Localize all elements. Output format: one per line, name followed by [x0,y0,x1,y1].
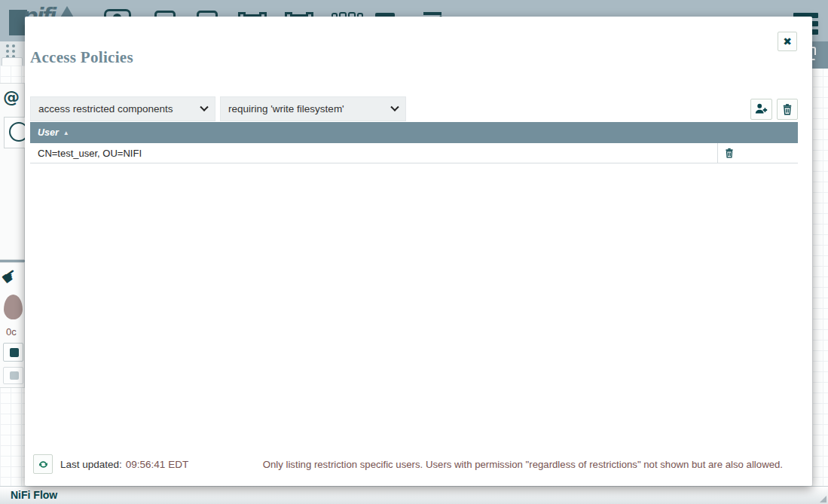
access-policies-dialog: ✖ Access Policies access restricted comp… [25,17,812,486]
add-user-icon [755,102,768,115]
hand-cursor-icon: ☛ [0,263,23,289]
dialog-title: Access Policies [30,48,133,67]
sort-ascending-icon: ▲ [63,129,69,136]
flow-drop-icon [4,295,23,319]
dialog-footer: Last updated: 09:56:41 EDT Only listing … [33,454,798,474]
table-row: CN=test_user, OU=NIFI [30,143,798,163]
restriction-note: Only listing restriction specific users.… [263,459,783,470]
policy-scope-dropdown[interactable]: requiring 'write filesystem' [220,96,406,121]
user-column-header: User [38,127,59,138]
users-table-header[interactable]: User ▲ [30,122,798,143]
navigate-compass-icon: @ [3,87,20,106]
last-updated-value: 09:56:41 EDT [126,459,188,470]
last-updated-label: Last updated: [60,459,122,470]
operate-settings-button[interactable] [3,343,23,362]
refresh-button[interactable] [33,454,53,474]
row-actions-cell [718,148,735,158]
resize-handle-icon[interactable] [820,496,826,502]
add-user-button[interactable] [750,99,772,120]
refresh-icon [38,459,49,470]
operate-palette: ☛ 0c [0,262,25,388]
close-button[interactable]: ✖ [778,32,797,51]
delete-policy-button[interactable] [777,99,798,120]
operate-stat-fragment: 0c [6,326,17,338]
breadcrumb-bar: NiFi Flow [0,486,828,504]
close-icon: ✖ [783,35,792,47]
trash-icon [781,103,793,115]
chevron-down-icon [200,102,208,111]
policy-controls-row: access restricted components requiring '… [30,96,798,121]
nifi-application: nifi @ [0,0,828,504]
user-identity-cell: CN=test_user, OU=NIFI [30,143,718,163]
policy-type-dropdown[interactable]: access restricted components [30,96,215,121]
navigate-palette: @ [0,83,25,260]
chevron-down-icon [390,102,399,111]
breadcrumb[interactable]: NiFi Flow [11,489,57,501]
policy-scope-value: requiring 'write filesystem' [228,103,344,115]
trash-icon [724,148,735,158]
operate-secondary-button[interactable] [3,367,23,384]
policy-type-value: access restricted components [38,103,173,115]
remove-user-button[interactable] [724,148,735,158]
cluster-icon [6,44,16,58]
